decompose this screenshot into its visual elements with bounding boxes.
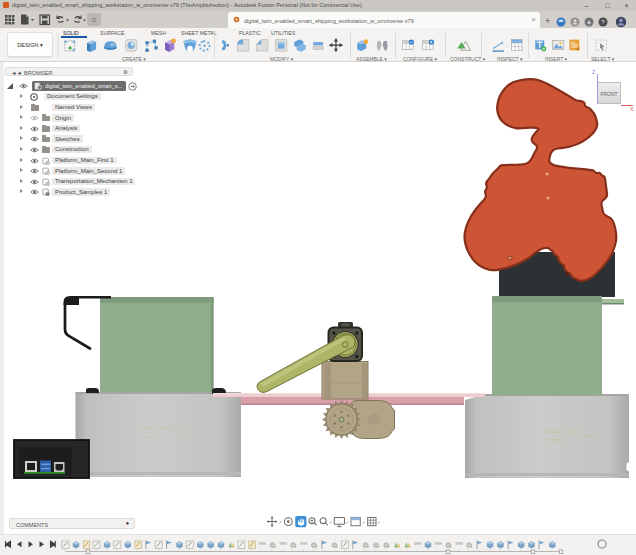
svg-text:999: 999	[435, 541, 443, 546]
svg-text:999: 999	[279, 541, 287, 546]
svg-text:999: 999	[455, 541, 463, 546]
svg-text:999: 999	[300, 541, 308, 546]
svg-text:999: 999	[414, 541, 422, 546]
svg-text:999: 999	[259, 541, 267, 546]
